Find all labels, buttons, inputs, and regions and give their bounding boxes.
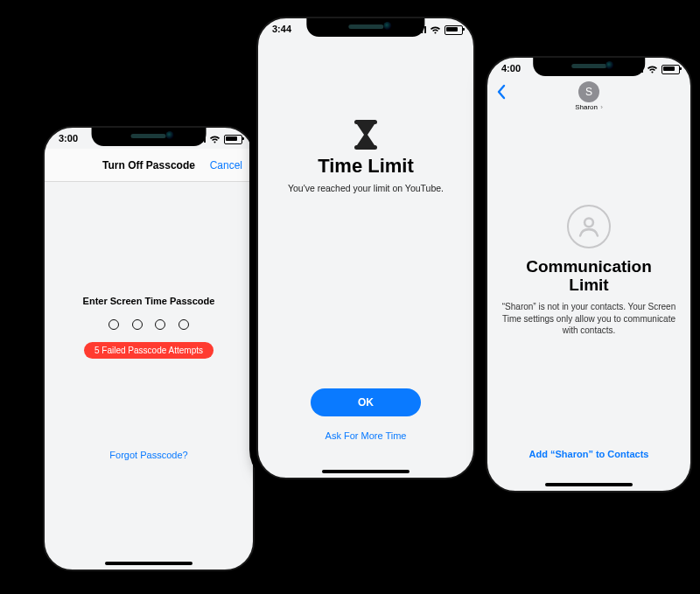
phone-timelimit: 3:44 Time Limit xyxy=(256,17,475,479)
contact-name-text: Sharon xyxy=(575,103,598,111)
ask-more-time-link[interactable]: Ask For More Time xyxy=(258,430,473,441)
screen: 3:44 Time Limit xyxy=(258,18,473,478)
passcode-prompt: Enter Screen Time Passcode xyxy=(45,296,253,306)
home-indicator[interactable] xyxy=(545,483,633,486)
add-to-contacts-link[interactable]: Add “Sharon” to Contacts xyxy=(487,449,690,459)
time-limit-title: Time Limit xyxy=(258,155,473,178)
screen: 3:00 Turn Off Passcode Cancel Enter Scre… xyxy=(45,128,253,570)
nav-title: Turn Off Passcode xyxy=(102,159,195,171)
battery-icon xyxy=(224,135,242,144)
phone-passcode: 3:00 Turn Off Passcode Cancel Enter Scre… xyxy=(43,126,255,571)
front-camera xyxy=(166,131,174,139)
contact-placeholder-icon xyxy=(567,205,611,248)
ok-button[interactable]: OK xyxy=(311,388,421,416)
contact-avatar[interactable]: S xyxy=(578,81,599,102)
passcode-dot xyxy=(178,319,189,330)
forgot-passcode-link[interactable]: Forgot Passcode? xyxy=(45,450,253,460)
speaker-slot xyxy=(571,64,606,68)
notch xyxy=(92,128,206,146)
phone-commlimit: 4:00 S Sharon › xyxy=(486,56,692,493)
hourglass-icon xyxy=(354,120,378,150)
back-button[interactable] xyxy=(496,84,507,104)
passcode-dot xyxy=(132,319,143,330)
passcode-dot xyxy=(155,319,165,330)
svg-rect-9 xyxy=(354,145,377,150)
home-indicator[interactable] xyxy=(105,562,192,565)
svg-point-14 xyxy=(584,218,593,227)
front-camera xyxy=(384,22,392,30)
speaker-slot xyxy=(131,134,166,138)
battery-icon xyxy=(444,25,463,35)
status-time: 3:44 xyxy=(272,24,291,34)
comm-limit-title: CommunicationLimit xyxy=(487,257,690,295)
nav-bar: Turn Off Passcode Cancel xyxy=(45,149,253,182)
screen: 4:00 S Sharon › xyxy=(487,58,690,491)
battery-icon xyxy=(662,65,680,74)
svg-rect-7 xyxy=(424,26,426,33)
passcode-dot xyxy=(108,319,119,330)
home-indicator[interactable] xyxy=(322,470,410,473)
wifi-icon xyxy=(209,136,220,143)
status-time: 3:00 xyxy=(59,133,78,143)
chevron-left-icon xyxy=(496,84,507,100)
chevron-right-icon: › xyxy=(598,103,603,111)
comm-limit-title-text: CommunicationLimit xyxy=(526,257,652,294)
failed-attempts-badge: 5 Failed Passcode Attempts xyxy=(84,342,214,359)
wifi-icon xyxy=(647,66,658,73)
cancel-button[interactable]: Cancel xyxy=(210,159,242,171)
contact-name-label[interactable]: Sharon › xyxy=(487,103,690,111)
status-time: 4:00 xyxy=(501,63,521,73)
wifi-icon xyxy=(430,26,441,34)
svg-rect-8 xyxy=(354,120,377,124)
notch xyxy=(533,58,645,76)
comm-limit-subtitle: “Sharon” is not in your contacts. Your S… xyxy=(501,301,676,337)
time-limit-subtitle: You've reached your limit on YouTube. xyxy=(258,183,473,193)
speaker-slot xyxy=(348,24,383,29)
passcode-dots[interactable] xyxy=(45,318,253,333)
stage: 3:00 Turn Off Passcode Cancel Enter Scre… xyxy=(0,0,700,594)
front-camera xyxy=(606,61,613,69)
notch xyxy=(306,18,424,37)
